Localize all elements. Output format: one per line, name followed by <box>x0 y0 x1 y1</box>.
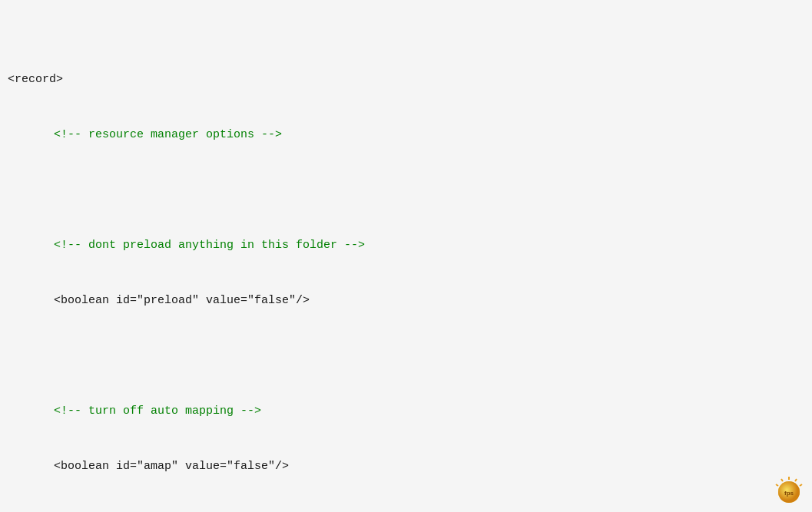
line-5: <boolean id="preload" value="false"/> <box>8 292 804 310</box>
logo-svg: fps <box>774 475 804 509</box>
code-text: <record> <box>8 73 63 86</box>
svg-line-4 <box>776 484 778 486</box>
line-8: <boolean id="amap" value="false"/> <box>8 457 804 476</box>
code-text: <boolean id="amap" value="false"/> <box>54 460 289 473</box>
code-comment-auto-mapping: <!-- turn off auto mapping --> <box>54 405 261 418</box>
line-7: <!-- turn off auto mapping --> <box>8 402 804 421</box>
code-text: <boolean id="preload" value="false"/> <box>54 294 310 307</box>
svg-line-2 <box>800 484 802 486</box>
fps-logo: fps <box>774 475 804 506</box>
svg-line-3 <box>781 479 783 481</box>
svg-line-1 <box>795 479 797 481</box>
code-comment: <!-- dont preload anything in this folde… <box>54 239 365 252</box>
line-4: <!-- dont preload anything in this folde… <box>8 236 804 255</box>
line-6 <box>8 347 804 365</box>
code-editor: <record> <!-- resource manager options -… <box>0 0 812 512</box>
line-1: <record> <box>8 71 804 89</box>
logo-text: fps <box>784 490 794 497</box>
line-3 <box>8 181 804 200</box>
code-comment: <!-- resource manager options --> <box>54 128 282 141</box>
line-2: <!-- resource manager options --> <box>8 126 804 144</box>
